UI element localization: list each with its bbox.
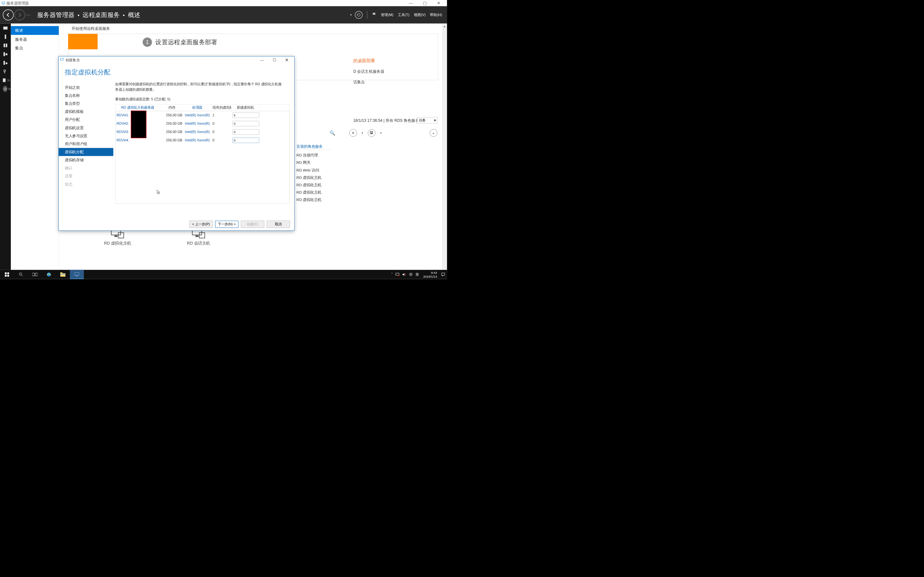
system-tray[interactable]: ˆ 英 — [389, 272, 421, 277]
menu-tools[interactable]: 工具(T) — [398, 13, 409, 17]
taskbar-clock[interactable]: 9:42 2018/1/14 — [421, 271, 439, 278]
scroll-up-icon[interactable]: ▴ — [442, 24, 447, 29]
col-new[interactable]: 新建虚拟机 — [231, 105, 259, 111]
server-manager-icon[interactable] — [70, 270, 84, 279]
wizard-step[interactable]: 用户和用户组 — [59, 140, 113, 148]
search-button[interactable] — [14, 270, 28, 279]
nav-forward-button[interactable] — [15, 10, 25, 21]
cancel-button[interactable]: 取消 — [267, 221, 290, 227]
chevron-down-icon[interactable]: ▾ — [380, 131, 381, 135]
wizard-step[interactable]: 集合类型 — [59, 100, 113, 108]
wizard-step[interactable]: 虚拟机模板 — [59, 108, 113, 116]
col-cpu[interactable]: 处理器 — [184, 105, 211, 111]
breadcrumb-item[interactable]: 服务器管理器 — [37, 11, 74, 19]
sidenav-item-servers[interactable]: 服务器 — [11, 35, 59, 44]
new-vm-input[interactable] — [233, 121, 259, 126]
col-host[interactable]: RD 虚拟化主机服务器 — [115, 105, 160, 111]
dialog-close-button[interactable]: ✕ — [281, 56, 293, 63]
host-label: RD 会话主机 — [187, 241, 210, 246]
rail-role-icon-3[interactable] — [2, 69, 8, 74]
filter-icon[interactable]: ≡ — [349, 129, 357, 137]
next-button[interactable]: 下一步(N) > — [215, 221, 239, 227]
refresh-icon[interactable] — [355, 11, 363, 19]
wizard-step[interactable]: 虚拟机设置 — [59, 124, 113, 132]
host-label: RD 虚拟化主机 — [104, 241, 131, 246]
explorer-icon[interactable] — [56, 270, 70, 279]
tray-ime-lang[interactable]: 英 — [415, 272, 419, 277]
wizard-step[interactable]: 用户分配 — [59, 116, 113, 124]
prev-button[interactable]: < 上一步(P) — [189, 221, 213, 227]
tray-chevron-icon[interactable]: ˆ — [391, 272, 393, 277]
cell-new — [231, 112, 259, 119]
cell-cpu: Intel(R) Xeon(R) — [184, 137, 211, 143]
fragment-text: 话集合 — [353, 79, 365, 85]
role-item: RD Web 访问 — [296, 166, 330, 174]
chevron-down-icon: ▾ — [434, 118, 436, 122]
role-item: RD 虚拟化主机 — [296, 174, 330, 181]
step-number-badge: 1 — [143, 37, 152, 47]
wizard-step[interactable]: 无人参与设置 — [59, 132, 113, 140]
maximize-button[interactable]: ▢ — [418, 0, 432, 6]
sidenav-item-collections[interactable]: 集合 — [11, 44, 59, 53]
tray-volume-icon[interactable] — [402, 273, 407, 276]
fragment-text: 的桌面部署 — [353, 58, 375, 64]
start-button[interactable] — [0, 270, 14, 279]
col-existing[interactable]: 现有的虚拟机 — [211, 105, 231, 111]
svg-rect-32 — [75, 272, 79, 276]
tasks-label: 任务 — [419, 118, 426, 123]
new-vm-input[interactable] — [233, 138, 259, 143]
svg-rect-4 — [3, 44, 5, 47]
role-item: RD 虚拟化主机 — [296, 196, 330, 203]
expand-icon[interactable]: ⌄ — [430, 129, 437, 137]
rail-all-servers-icon[interactable] — [2, 43, 8, 48]
search-icon[interactable]: 🔍 — [330, 130, 335, 135]
rail-local-server-icon[interactable] — [2, 34, 8, 39]
wizard-step[interactable]: 开始之前 — [59, 83, 113, 91]
menu-help[interactable]: 帮助(H) — [430, 13, 442, 17]
svg-rect-30 — [60, 272, 63, 274]
wizard-step[interactable]: 集合名称 — [59, 91, 113, 99]
step-row: 1 设置远程桌面服务部署 — [143, 37, 218, 47]
dropdown-icon[interactable]: • — [351, 13, 352, 17]
tray-ime-icon[interactable] — [409, 273, 413, 277]
close-button[interactable]: ✕ — [432, 0, 446, 6]
chevron-down-icon[interactable]: ▾ — [362, 131, 363, 135]
svg-rect-23 — [7, 275, 9, 277]
rail-rd-icon[interactable]: ⊙▷ — [0, 87, 11, 91]
tray-network-icon[interactable] — [395, 273, 399, 276]
nav-back-button[interactable] — [3, 10, 14, 21]
wizard-step[interactable]: 虚拟机存储 — [59, 156, 113, 164]
step-text: 设置远程桌面服务部署 — [155, 38, 218, 47]
task-view-button[interactable] — [28, 270, 42, 279]
menu-manage[interactable]: 管理(M) — [381, 13, 393, 17]
new-vm-input[interactable] — [233, 113, 259, 118]
flag-icon[interactable] — [372, 12, 377, 18]
breadcrumb-item[interactable]: 概述 — [128, 11, 141, 19]
breadcrumb-item[interactable]: 远程桌面服务 — [82, 11, 120, 19]
role-item: RD 连接代理 — [296, 152, 330, 159]
notifications-button[interactable] — [439, 270, 447, 279]
rail-role-icon-4[interactable]: ▷ — [0, 78, 11, 83]
rail-dashboard-icon[interactable] — [2, 26, 8, 31]
dialog-maximize-button[interactable]: ☐ — [268, 56, 281, 63]
col-memory[interactable]: 内存 — [160, 105, 184, 111]
rail-role-icon-2[interactable] — [2, 61, 8, 65]
svg-rect-33 — [76, 276, 78, 276]
svg-rect-20 — [5, 272, 7, 274]
breadcrumb: 服务器管理器 • 远程桌面服务 • 概述 — [37, 11, 140, 19]
save-icon[interactable]: 🖫 — [368, 129, 375, 137]
dialog-title: 创建集合 — [65, 57, 80, 62]
minimize-button[interactable]: — — [404, 0, 418, 6]
menu-view[interactable]: 视图(V) — [414, 13, 426, 17]
wizard-step-current[interactable]: 虚拟机分配 — [59, 148, 113, 156]
new-vm-input[interactable] — [233, 129, 259, 135]
vertical-scrollbar[interactable]: ▴ — [442, 24, 447, 270]
svg-rect-27 — [35, 273, 37, 276]
wizard-step: 状态 — [59, 180, 113, 188]
ie-icon[interactable] — [42, 270, 56, 279]
tasks-dropdown[interactable]: 任务 ▾ — [417, 117, 437, 123]
dialog-minimize-button[interactable]: — — [256, 56, 268, 63]
sidenav-item-overview[interactable]: 概述 — [11, 26, 59, 35]
rail-role-icon[interactable] — [2, 52, 8, 57]
left-rail: ▷ ⊙▷ — [0, 24, 11, 270]
